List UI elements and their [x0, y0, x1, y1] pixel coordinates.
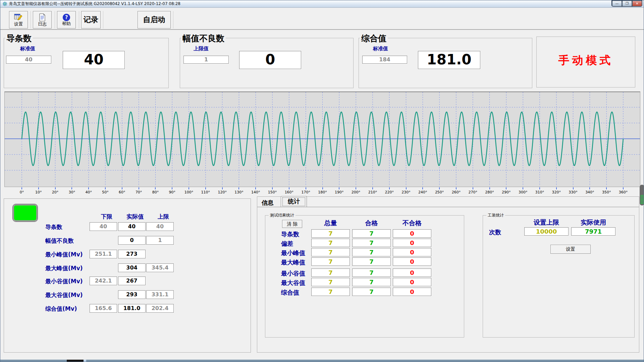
stat-row-label: 最小谷值: [281, 269, 305, 278]
settings-label: 设置: [14, 21, 23, 26]
stat-fail-field: 0: [393, 278, 431, 286]
row-label: 导条数: [45, 223, 62, 231]
tab-stats-label: 统计: [288, 198, 300, 205]
stat-pass-field: 7: [352, 229, 391, 238]
x-axis-tick-label: 350°: [602, 190, 611, 194]
stat-total-field: 7: [311, 248, 350, 256]
results-header-upper: 上限: [146, 213, 180, 221]
help-button[interactable]: ? 帮助: [57, 11, 76, 28]
restore-button[interactable]: ❐: [622, 1, 632, 6]
x-axis-tick: [556, 187, 557, 189]
lower-limit-field: 165.6: [90, 304, 117, 313]
x-axis-tick: [372, 187, 373, 189]
upper-limit-field: 1: [146, 236, 174, 245]
x-axis-tick: [389, 187, 390, 189]
minimize-button[interactable]: —: [612, 1, 622, 6]
toolbar-separator: [79, 11, 79, 28]
stat-pass-field: 7: [352, 288, 391, 296]
upper-limit-field: 40: [146, 222, 174, 231]
toolbar-separator: [173, 11, 174, 28]
toolbar: 设置 日志 ? 帮助 记录 自启动: [0, 8, 644, 30]
status-indicator-lamp[interactable]: [13, 204, 38, 222]
x-axis-tick-label: 270°: [469, 190, 478, 194]
x-axis-tick-label: 320°: [552, 190, 561, 194]
x-axis-tick-label: 0°: [20, 190, 24, 194]
level-meter-stripes: [640, 195, 644, 204]
level-meter-scrollbar[interactable]: [640, 185, 644, 205]
x-axis-tick-label: 110°: [201, 190, 210, 194]
x-axis-tick: [356, 187, 356, 189]
title-bar: 青岛艾普智能仪器有限公司--压铸转子测试系统 G202008042 V1.1.4…: [0, 0, 644, 8]
stat-total-field: 7: [311, 268, 350, 277]
bar-count-std-input[interactable]: 40: [6, 56, 51, 64]
waveform-svg: [5, 92, 640, 186]
upper-limit-field: 345.4: [146, 263, 174, 272]
right-tab-panel: 信息 统计 测试结果统计 清 除 总量 合格 不合格 导条数 7 7 0 偏差 …: [257, 196, 639, 353]
log-icon: [39, 13, 46, 21]
x-axis-tick: [71, 187, 72, 189]
x-axis-tick-label: 130°: [234, 190, 244, 194]
x-axis-tick: [506, 187, 506, 189]
x-axis-tick-label: 300°: [519, 190, 528, 194]
row-label: 最小谷值(Mv): [45, 278, 83, 285]
x-axis-tick-label: 250°: [435, 190, 444, 194]
x-axis-tick: [55, 187, 56, 189]
taskbar-edge: [0, 360, 644, 362]
close-button[interactable]: ✕: [632, 1, 642, 6]
mode-indicator: 手动模式: [537, 53, 635, 68]
tab-info[interactable]: 信息: [262, 199, 274, 207]
stat-row-label: 最大谷值: [281, 279, 305, 287]
row-label: 综合值(Mv): [45, 305, 77, 313]
log-button[interactable]: 日志: [33, 11, 52, 28]
x-axis-tick: [289, 187, 289, 189]
record-button[interactable]: 记录: [81, 11, 101, 28]
fixture-set-limit-field[interactable]: 10000: [524, 227, 569, 236]
tab-stats[interactable]: 统计: [281, 196, 307, 207]
x-axis-tick-label: 80°: [152, 190, 159, 194]
stat-pass-field: 7: [352, 268, 391, 277]
taskbar-app-button[interactable]: [67, 360, 84, 362]
stats-header-pass: 合格: [352, 219, 391, 228]
fixture-set-button[interactable]: 设置: [550, 245, 591, 254]
x-axis-tick-label: 40°: [85, 190, 92, 194]
x-axis-tick: [155, 187, 156, 189]
stat-fail-field: 0: [393, 268, 431, 277]
mode-panel: 手动模式: [536, 37, 635, 87]
composite-std-input[interactable]: 184: [362, 56, 407, 64]
toolbar-separator: [55, 11, 55, 28]
x-axis-tick-label: 220°: [385, 190, 394, 194]
tab-content-divider: [257, 207, 639, 207]
help-label: 帮助: [62, 21, 71, 26]
application-window: 青岛艾普智能仪器有限公司--压铸转子测试系统 G202008042 V1.1.4…: [0, 0, 644, 362]
x-axis-tick-label: 360°: [619, 190, 628, 194]
x-axis-tick-label: 100°: [184, 190, 194, 194]
amp-defect-title: 幅值不良数: [181, 33, 226, 44]
x-axis-tick: [139, 187, 139, 189]
lower-limit-field: 40: [90, 222, 117, 231]
x-axis-tick-label: 240°: [418, 190, 427, 194]
x-axis-tick-label: 280°: [485, 190, 494, 194]
row-label: 最大峰值(Mv): [45, 264, 83, 272]
autostart-button[interactable]: 自启动: [138, 11, 171, 28]
stat-fail-field: 0: [393, 239, 431, 247]
x-axis-tick-label: 210°: [368, 190, 377, 194]
x-axis-tick-label: 140°: [251, 190, 260, 194]
x-axis-tick: [339, 187, 339, 189]
clear-button[interactable]: 清 除: [282, 220, 302, 228]
bar-count-title: 导条数: [5, 33, 33, 44]
taskbar-app-highlight: [84, 360, 86, 362]
settings-icon: [14, 13, 23, 21]
x-axis-tick: [122, 187, 122, 189]
x-axis-tick-label: 340°: [585, 190, 594, 194]
composite-title: 综合值: [360, 33, 388, 44]
fixture-row-label: 次数: [489, 228, 501, 236]
stat-fail-field: 0: [393, 257, 431, 266]
settings-button[interactable]: 设置: [9, 11, 28, 28]
x-axis-tick: [172, 187, 172, 189]
actual-value-field: 0: [118, 236, 146, 245]
waveform-chart: [4, 92, 640, 187]
stat-total-field: 7: [311, 229, 350, 238]
amp-defect-limit-input[interactable]: 1: [183, 56, 229, 64]
x-axis-tick: [439, 187, 440, 189]
fixture-stats-group: 工装统计 设置上限 实际使用 次数 10000 7971 设置: [483, 215, 635, 338]
